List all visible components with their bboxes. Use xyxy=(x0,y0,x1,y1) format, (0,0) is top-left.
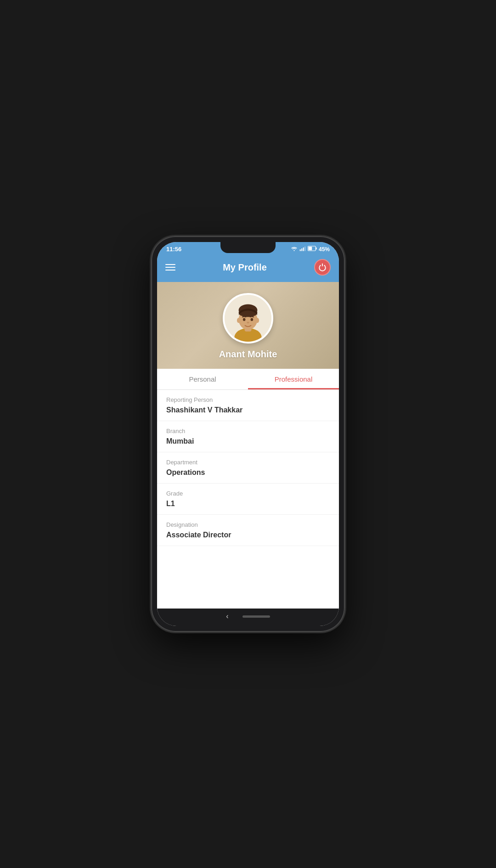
content-area: Reporting Person Shashikant V Thakkar Br… xyxy=(157,390,339,609)
svg-rect-1 xyxy=(301,248,302,251)
app-header: My Profile xyxy=(157,254,339,282)
field-designation: Designation Associate Director xyxy=(157,515,339,546)
field-branch: Branch Mumbai xyxy=(157,421,339,452)
field-grade: Grade L1 xyxy=(157,484,339,515)
field-label-branch: Branch xyxy=(166,428,330,434)
svg-rect-3 xyxy=(304,247,305,251)
svg-rect-5 xyxy=(309,247,312,250)
svg-point-15 xyxy=(247,321,249,323)
avatar xyxy=(223,293,273,344)
battery-icon xyxy=(308,246,317,253)
field-value-reporting: Shashikant V Thakkar xyxy=(166,406,330,414)
svg-point-13 xyxy=(243,318,246,321)
bottom-navigation: ‹ xyxy=(157,609,339,626)
field-value-grade: L1 xyxy=(166,500,330,508)
status-time: 11:56 xyxy=(166,246,181,253)
field-label-grade: Grade xyxy=(166,490,330,497)
svg-rect-2 xyxy=(303,248,304,251)
field-department: Department Operations xyxy=(157,452,339,484)
header-title: My Profile xyxy=(223,262,267,273)
tab-personal[interactable]: Personal xyxy=(157,369,248,389)
wifi-icon xyxy=(291,246,298,253)
menu-button[interactable] xyxy=(165,264,175,271)
field-value-designation: Associate Director xyxy=(166,531,330,539)
field-label-reporting: Reporting Person xyxy=(166,396,330,403)
back-button[interactable]: ‹ xyxy=(226,612,228,620)
svg-point-14 xyxy=(251,318,254,321)
svg-point-17 xyxy=(256,318,259,323)
tabs-container: Personal Professional xyxy=(157,369,339,390)
phone-screen: 11:56 xyxy=(157,242,339,626)
field-value-branch: Mumbai xyxy=(166,437,330,445)
power-button[interactable] xyxy=(314,259,331,276)
phone-notch xyxy=(220,242,276,253)
tab-professional[interactable]: Professional xyxy=(248,369,339,389)
phone-frame: 11:56 xyxy=(152,237,344,631)
svg-rect-0 xyxy=(300,249,301,251)
svg-point-16 xyxy=(237,318,240,323)
battery-percent: 45% xyxy=(319,246,330,253)
profile-banner: Anant Mohite xyxy=(157,282,339,369)
field-label-department: Department xyxy=(166,459,330,466)
field-reporting-person: Reporting Person Shashikant V Thakkar xyxy=(157,390,339,421)
user-name: Anant Mohite xyxy=(219,349,277,360)
field-label-designation: Designation xyxy=(166,521,330,528)
field-value-department: Operations xyxy=(166,468,330,477)
signal-icon xyxy=(299,246,306,253)
svg-rect-6 xyxy=(316,248,317,250)
status-icons: 45% xyxy=(291,246,330,253)
home-pill[interactable] xyxy=(242,615,270,618)
